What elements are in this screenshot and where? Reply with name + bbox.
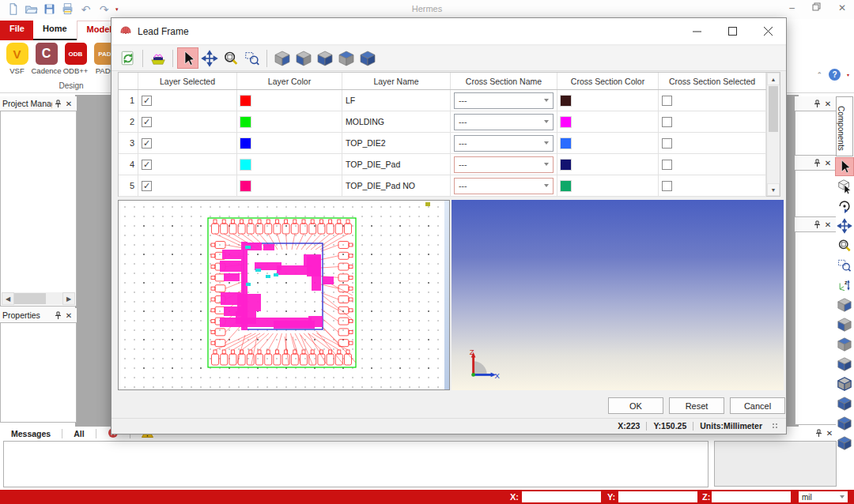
view-cube-1-icon[interactable]	[272, 48, 292, 68]
zoom-icon[interactable]	[836, 237, 853, 254]
help-icon[interactable]: ?	[829, 69, 841, 81]
select-cursor-icon[interactable]	[178, 48, 198, 68]
main-restore-button[interactable]	[812, 2, 821, 14]
cross-section-selected-checkbox[interactable]	[662, 117, 672, 127]
collapse-ribbon-icon[interactable]: ⌃	[816, 71, 822, 79]
tab-file[interactable]: File	[0, 21, 33, 40]
ribbon-item-vsf[interactable]: V VSF	[4, 43, 30, 75]
view-cube-iso-icon[interactable]	[357, 48, 377, 68]
pin-icon[interactable]	[52, 310, 63, 321]
resize-grip[interactable]	[772, 423, 778, 429]
select-cursor-icon[interactable]	[836, 158, 853, 175]
reload-icon[interactable]	[118, 48, 138, 68]
tab-messages[interactable]: Messages	[0, 429, 62, 438]
layer-color-swatch[interactable]	[240, 117, 251, 127]
cross-section-selected-checkbox[interactable]	[662, 96, 672, 106]
select-3d-icon[interactable]	[836, 178, 853, 195]
main-titlebar: ↶ ↷ ▾ Hermes – ✕	[0, 0, 854, 19]
molding-icon[interactable]	[148, 48, 168, 68]
components-tab[interactable]: Components	[836, 96, 853, 156]
close-icon[interactable]: ✕	[63, 98, 74, 109]
cross-section-selected-checkbox[interactable]	[662, 181, 672, 191]
z-axis-icon[interactable]: z	[836, 276, 853, 294]
pin-icon[interactable]	[813, 428, 824, 439]
z-input[interactable]	[712, 491, 791, 502]
table-scrollbar[interactable]: ▲ ▼	[766, 73, 780, 196]
layer-color-swatch[interactable]	[240, 181, 251, 191]
close-icon[interactable]: ✕	[822, 219, 833, 230]
cross-section-color-swatch[interactable]	[561, 160, 571, 170]
layer-selected-checkbox[interactable]	[142, 138, 152, 149]
scroll-down-icon[interactable]: ▼	[767, 183, 780, 196]
pin-icon[interactable]	[811, 219, 822, 230]
view-cube-1-icon[interactable]	[836, 296, 853, 314]
layer-selected-checkbox[interactable]	[142, 96, 152, 106]
main-minimize-button[interactable]: –	[789, 2, 795, 14]
ribbon-item-cadence[interactable]: C Cadence	[33, 43, 59, 75]
zoom-window-icon[interactable]	[242, 48, 262, 68]
scroll-up-icon[interactable]: ▲	[767, 73, 780, 85]
messages-output[interactable]	[3, 441, 709, 487]
scroll-left-icon[interactable]: ◀	[2, 292, 14, 305]
close-icon[interactable]: ✕	[822, 157, 833, 168]
cross-section-selected-checkbox[interactable]	[662, 160, 672, 170]
hscroll-thumb[interactable]	[14, 293, 46, 304]
dialog-maximize-button[interactable]	[715, 18, 750, 44]
cross-section-color-swatch[interactable]	[561, 181, 571, 191]
cross-section-dropdown[interactable]: ---	[454, 156, 554, 173]
cross-section-dropdown[interactable]: ---	[454, 135, 554, 152]
ok-button[interactable]: OK	[608, 397, 663, 414]
pin-icon[interactable]	[811, 157, 822, 168]
scroll-right-icon[interactable]: ▶	[62, 292, 75, 305]
cross-section-color-swatch[interactable]	[561, 96, 571, 106]
pan-icon[interactable]	[199, 48, 219, 68]
dialog-close-button[interactable]	[750, 18, 786, 44]
cross-section-color-swatch[interactable]	[561, 117, 571, 127]
view-cube-3-icon[interactable]	[836, 336, 853, 353]
view-cube-2-icon[interactable]	[293, 48, 313, 68]
pan-icon[interactable]	[836, 217, 853, 235]
tab-home[interactable]: Home	[33, 21, 77, 40]
reset-button[interactable]: Reset	[669, 397, 724, 414]
view-cube-5-icon[interactable]	[836, 375, 853, 393]
cross-section-color-swatch[interactable]	[561, 138, 571, 149]
zoom-icon[interactable]	[221, 48, 240, 68]
view-cube-2-icon[interactable]	[836, 316, 853, 333]
leadframe-2d-view[interactable]	[118, 200, 450, 390]
cancel-button[interactable]: Cancel	[730, 397, 785, 414]
tab-all[interactable]: All	[62, 429, 95, 438]
main-close-button[interactable]: ✕	[838, 2, 846, 14]
cross-section-dropdown[interactable]: ---	[454, 178, 554, 194]
dialog-titlebar[interactable]: Lead Frame	[111, 18, 786, 45]
view-cube-3-icon[interactable]	[315, 48, 334, 68]
close-icon[interactable]: ✕	[824, 428, 835, 439]
layer-selected-checkbox[interactable]	[142, 181, 152, 191]
layer-selected-checkbox[interactable]	[142, 160, 152, 170]
close-icon[interactable]: ✕	[63, 310, 74, 321]
layer-color-swatch[interactable]	[240, 96, 251, 106]
cross-section-selected-checkbox[interactable]	[662, 138, 672, 149]
y-input[interactable]	[618, 491, 697, 502]
close-icon[interactable]: ✕	[822, 98, 833, 109]
view-cube-6-icon[interactable]	[836, 395, 853, 412]
layer-selected-checkbox[interactable]	[142, 117, 152, 127]
layer-color-swatch[interactable]	[240, 138, 251, 149]
view2d-scrollbar[interactable]	[444, 201, 449, 389]
pin-icon[interactable]	[811, 98, 822, 109]
cross-section-dropdown[interactable]: ---	[454, 114, 554, 130]
vscroll-thumb[interactable]	[769, 86, 778, 132]
project-manager-hscrollbar[interactable]: ◀ ▶	[2, 292, 75, 305]
view-cube-4-icon[interactable]	[836, 355, 853, 373]
help-dropdown-icon[interactable]: ▾	[847, 72, 849, 77]
rotate-icon[interactable]	[836, 197, 853, 215]
leadframe-3d-view[interactable]: Z X	[452, 200, 784, 390]
pin-icon[interactable]	[52, 98, 63, 109]
ribbon-item-odb[interactable]: ODB ODB++	[62, 43, 89, 75]
cross-section-dropdown[interactable]: ---	[454, 92, 554, 109]
x-input[interactable]	[522, 491, 601, 502]
view-cube-4-icon[interactable]	[336, 48, 356, 68]
zoom-window-icon[interactable]	[836, 257, 853, 274]
unit-dropdown[interactable]: mil	[799, 491, 848, 502]
layer-color-swatch[interactable]	[240, 160, 251, 170]
dialog-minimize-button[interactable]	[679, 18, 715, 44]
